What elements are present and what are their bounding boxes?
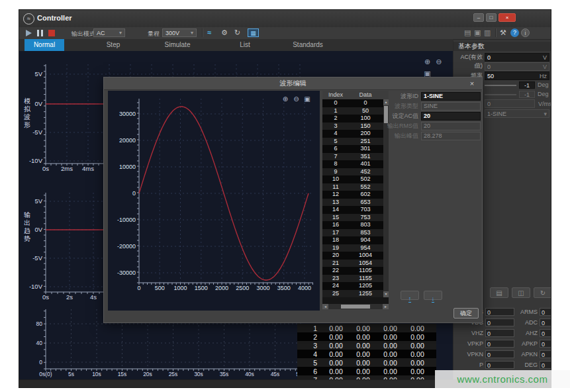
scroll-down-icon[interactable]: ▾ [383,291,389,297]
scroll-left-icon[interactable]: ◂ [322,304,328,309]
confirm-button[interactable]: 确定 [453,308,479,318]
file-action-icon-1[interactable]: ▤ [464,28,471,37]
cell-data: 1105 [349,267,382,275]
modal-close-icon[interactable]: × [467,79,477,88]
readout-value: 0 [485,308,514,316]
scroll-right-icon[interactable]: ▸ [383,304,389,309]
freq-input[interactable]: 50Hz [485,72,549,80]
cell-data: 552 [349,183,382,191]
close-button[interactable]: × [499,13,516,22]
waveform-table-row[interactable]: 211054 [322,260,389,268]
monitor-row[interactable]: 60.000.000.000.00 [297,367,436,375]
maximize-button[interactable]: □ [486,13,497,22]
ac-setting-input[interactable]: 20 [421,112,481,121]
tab-step[interactable]: Step [97,39,129,51]
zoom-in-icon[interactable]: ⊕ [423,58,432,66]
waveform-table-row[interactable]: 13653 [322,199,389,207]
cell-data: 1004 [349,252,382,260]
waveform-icon[interactable]: ≈ [207,28,211,36]
svg-text:-5V: -5V [32,128,42,136]
panel-action-button-1[interactable]: ▤ [490,287,508,298]
waveform-table-row[interactable]: 6301 [322,145,389,153]
waveform-table-row[interactable]: 231155 [322,275,389,283]
param-row-dc: DC 0V [453,62,551,71]
range-select[interactable]: 300V▾ [162,28,197,37]
waveform-table-row[interactable]: 17853 [322,229,389,237]
panel-action-button-2[interactable]: ◫ [512,287,530,298]
zoom-out-icon[interactable]: ⊖ [292,95,300,103]
tools-icon[interactable]: ⚒ [500,28,506,37]
cell-data: 954 [349,244,382,252]
waveform-table-row[interactable]: 8401 [322,160,389,168]
cell-index: 1 [322,107,349,115]
download-button[interactable]: ↓ [424,291,442,300]
stop-icon[interactable] [48,30,55,36]
pause-icon[interactable] [37,30,43,36]
phase-stop-slider [485,94,516,95]
gear-icon[interactable]: ⚙ [221,28,228,37]
display-panel-icon[interactable]: ▦ [248,28,259,37]
svg-text:2s: 2s [66,293,73,301]
tab-simulate[interactable]: Simulate [157,39,198,51]
minimize-button[interactable]: – [473,13,484,22]
waveform-table-row[interactable]: 221105 [322,267,389,275]
waveform-type-label: 波形类型 [370,102,418,111]
file-action-icon-2[interactable]: ▣ [474,28,481,37]
monitor-row-index: 1 [297,324,317,332]
cell-index: 9 [322,168,349,176]
tab-list[interactable]: List [232,39,258,51]
phase-start-value[interactable]: -1 [519,81,535,89]
monitor-cell: 0.00 [322,368,350,375]
waveform-table-row[interactable]: 16803 [322,221,389,229]
monitor-row[interactable]: 40.000.000.000.00 [297,350,436,358]
upload-button[interactable]: ↑ [401,291,419,300]
waveform-table-row[interactable]: 12602 [322,191,389,199]
zoom-out-icon[interactable]: ⊖ [434,58,443,66]
refresh-icon[interactable]: ↻ [234,28,240,37]
horizontal-scrollbar[interactable]: ◂ ▸ [322,304,389,309]
app-logo-icon: ≈ [23,13,34,24]
file-action-icon-3[interactable]: ▥ [484,28,491,37]
modal-title: 波形编辑 [104,77,482,89]
cell-data: 401 [349,160,382,168]
help-icon[interactable]: ? [510,28,519,37]
waveform-table-row[interactable]: 201004 [322,252,389,260]
snapshot-icon[interactable]: ▣ [303,95,311,103]
svg-text:5V: 5V [34,70,42,77]
monitor-row[interactable]: 10.000.000.000.00 [297,324,436,332]
waveform-table-row[interactable]: 241205 [322,282,389,290]
waveform-table-row[interactable]: 18904 [322,236,389,244]
waveform-table-row[interactable]: 19954 [322,244,389,252]
monitor-cell: 0.00 [404,359,431,367]
output-mode-select[interactable]: AC▾ [93,28,125,37]
waveform-table-row[interactable]: 14703 [322,206,389,214]
waveform-table-row[interactable]: 11552 [322,183,389,191]
waveform-table-row[interactable]: 15753 [322,214,389,222]
waveform-table-row[interactable]: 7351 [322,153,389,161]
monitor-row[interactable]: 50.000.000.000.00 [297,358,436,367]
info-icon[interactable]: i [521,28,530,37]
monitor-row[interactable]: 20.000.000.000.00 [297,332,436,341]
cell-index: 12 [322,191,349,199]
phase-start-slider[interactable] [485,85,516,86]
slew-unit: V/ms [538,101,551,108]
readout-value: 0 [540,318,551,326]
monitor-row[interactable]: 30.000.000.000.00 [297,341,436,350]
tab-standards[interactable]: Standards [285,39,330,51]
slew-input: 0 [485,99,535,108]
ac-input[interactable]: 0V [485,53,549,62]
waveform-table-row[interactable]: 10502 [322,175,389,183]
waveform-table-row[interactable]: 251255 [322,290,389,298]
monitor-cell: 0.00 [322,333,350,341]
dc-input: 0V [485,62,549,71]
monitor-cell: 0.00 [377,342,404,350]
play-icon[interactable] [26,30,32,36]
zoom-in-icon[interactable]: ⊕ [281,95,289,103]
panel-action-button-3[interactable]: ↻ [534,287,551,298]
waveform-id-input[interactable]: 1-SINE [421,92,481,101]
waveform-table-row[interactable]: 9452 [322,168,389,176]
modal-titlebar[interactable]: 波形编辑 × [104,77,482,90]
scrollbar-thumb[interactable] [341,305,370,309]
tab-normal[interactable]: Normal [24,39,64,51]
monitor-cell: 0.00 [350,359,377,367]
